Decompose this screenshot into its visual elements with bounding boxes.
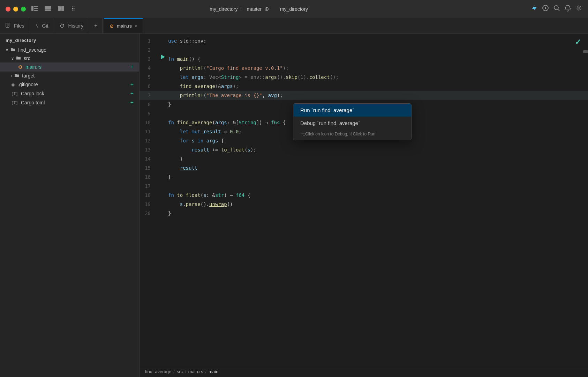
gitignore-badge: + xyxy=(130,81,134,88)
sidebar-item-main-rs[interactable]: ⚙ main.rs + xyxy=(0,62,139,72)
cargo-toml-badge: + xyxy=(130,99,134,106)
code-line-3: 3 fn main() { xyxy=(140,54,588,64)
code-line-17: 17 xyxy=(140,182,588,191)
folder-icon xyxy=(10,47,15,53)
sidebar-item-cargo-toml[interactable]: [T] Cargo.toml + xyxy=(0,98,139,107)
sidebar-item-cargo-lock[interactable]: [T] Cargo.lock + xyxy=(0,89,139,98)
maximize-button[interactable] xyxy=(21,7,26,12)
layout-icon[interactable] xyxy=(56,5,66,14)
sidebar-item-src[interactable]: ∨ src xyxy=(0,54,139,62)
editor-tab-main-rs[interactable]: ⚙ main.rs × xyxy=(104,18,143,33)
run-icon[interactable] xyxy=(542,5,549,13)
folder-icon xyxy=(16,56,21,61)
run-debug-popup: Run `run find_average` Debug `run find_a… xyxy=(293,103,412,140)
sidebar-item-gitignore[interactable]: ◆ .gitignore + xyxy=(0,80,139,89)
toml-file-icon2: [T] xyxy=(11,101,18,105)
play-icon xyxy=(161,54,165,59)
panel-toggle-icon[interactable] xyxy=(43,5,52,14)
main-rs-badge: + xyxy=(130,64,134,70)
history-label: History xyxy=(68,23,83,29)
breadcrumb: find_average / src / main.rs / main xyxy=(140,366,588,377)
svg-rect-5 xyxy=(45,9,51,11)
files-tab[interactable]: Files xyxy=(0,18,30,33)
code-line-5: 5 let args: Vec<String> = env::args().sk… xyxy=(140,73,588,82)
code-editor[interactable]: ✓ 1 use std::env; 2 3 fn main() { xyxy=(140,34,588,366)
svg-rect-1 xyxy=(34,6,38,7)
code-line-16: 16 } xyxy=(140,172,588,182)
find-average-label: find_average xyxy=(18,47,134,53)
svg-rect-2 xyxy=(34,8,38,9)
main-rs-label: main.rs xyxy=(25,64,130,70)
svg-rect-7 xyxy=(61,6,64,11)
run-gutter-button[interactable] xyxy=(158,54,168,59)
svg-rect-4 xyxy=(45,6,51,9)
src-label: src xyxy=(24,56,134,61)
code-line-20: 20 } xyxy=(140,209,588,218)
editor-tab-label: main.rs xyxy=(117,23,132,29)
minimize-button[interactable] xyxy=(13,7,18,12)
cargo-lock-badge: + xyxy=(130,90,134,97)
lightning-icon[interactable] xyxy=(531,5,538,13)
close-button[interactable] xyxy=(6,7,10,12)
files-label: Files xyxy=(14,23,24,29)
tabbar: Files ⑂ Git ⏱ History + ⚙ main.rs × xyxy=(0,18,588,34)
breadcrumb-find-average[interactable]: find_average xyxy=(145,369,171,374)
rust-file-icon: ⚙ xyxy=(18,64,23,70)
checkmark-icon: ✓ xyxy=(575,38,581,47)
svg-rect-0 xyxy=(31,6,33,11)
debug-menu-item[interactable]: Debug `run find_average` xyxy=(293,117,411,130)
code-line-15: 15 result xyxy=(140,163,588,172)
bell-icon[interactable] xyxy=(564,5,571,13)
branch-label: master xyxy=(247,6,262,12)
editor-tab-close[interactable]: × xyxy=(135,24,137,29)
svg-rect-3 xyxy=(34,10,38,11)
directory-label: my_directory xyxy=(210,6,238,12)
svg-rect-6 xyxy=(58,6,61,11)
chevron-right-icon: › xyxy=(11,74,12,78)
code-line-6: 6 find_average(&args); xyxy=(140,82,588,91)
sidebar-toggle-icon[interactable] xyxy=(30,5,39,14)
scroll-indicator[interactable] xyxy=(583,50,588,53)
cargo-toml-label: Cargo.toml xyxy=(21,100,130,105)
target-label: target xyxy=(22,73,134,79)
files-icon xyxy=(6,23,10,29)
history-tab[interactable]: ⏱ History xyxy=(54,18,89,33)
git-file-icon: ◆ xyxy=(11,82,15,87)
new-tab-button[interactable]: + xyxy=(89,18,103,33)
editor-area: ✓ 1 use std::env; 2 3 fn main() { xyxy=(140,34,588,377)
titlebar-actions xyxy=(531,5,582,13)
code-line-19: 19 s.parse().unwrap() xyxy=(140,200,588,209)
search-icon[interactable] xyxy=(553,5,560,13)
git-tab[interactable]: ⑂ Git xyxy=(30,18,54,33)
code-line-14: 14 } xyxy=(140,154,588,163)
project-title: my_directory xyxy=(0,34,139,46)
run-menu-item[interactable]: Run `run find_average` xyxy=(293,104,411,117)
git-icon: ⑂ xyxy=(36,23,39,29)
svg-point-11 xyxy=(578,7,580,9)
code-line-13: 13 result += to_float(s); xyxy=(140,145,588,154)
code-line-1: 1 use std::env; xyxy=(140,36,588,45)
sidebar-item-find-average[interactable]: ∨ find_average xyxy=(0,46,139,54)
branch-icon: ⑂ xyxy=(240,6,244,12)
rust-file-icon: ⚙ xyxy=(110,23,114,29)
chevron-down-icon: ∨ xyxy=(11,56,14,61)
settings-icon[interactable] xyxy=(575,5,582,13)
toml-file-icon: [T] xyxy=(11,91,18,96)
sidebar: my_directory ∨ find_average ∨ src ⚙ xyxy=(0,34,140,377)
gitignore-label: .gitignore xyxy=(18,82,130,87)
folder-icon xyxy=(14,73,19,79)
history-icon: ⏱ xyxy=(60,23,65,29)
chevron-down-icon: ∨ xyxy=(6,48,8,52)
sidebar-item-target[interactable]: › target xyxy=(0,72,139,80)
breadcrumb-src[interactable]: src xyxy=(177,369,183,374)
cargo-lock-label: Cargo.lock xyxy=(21,91,130,96)
svg-point-9 xyxy=(554,6,558,10)
breadcrumb-main-rs[interactable]: main.rs xyxy=(188,369,203,374)
svg-line-10 xyxy=(558,9,559,11)
breadcrumb-main[interactable]: main xyxy=(209,369,218,374)
git-label: Git xyxy=(42,23,48,29)
grid-icon[interactable]: ⠿ xyxy=(70,4,77,14)
traffic-lights xyxy=(6,7,26,12)
run-popup-hint: ⌥Click on icon to Debug, ⇧Click to Run xyxy=(293,130,411,140)
add-collaborator-icon[interactable]: ⊕ xyxy=(264,6,269,12)
